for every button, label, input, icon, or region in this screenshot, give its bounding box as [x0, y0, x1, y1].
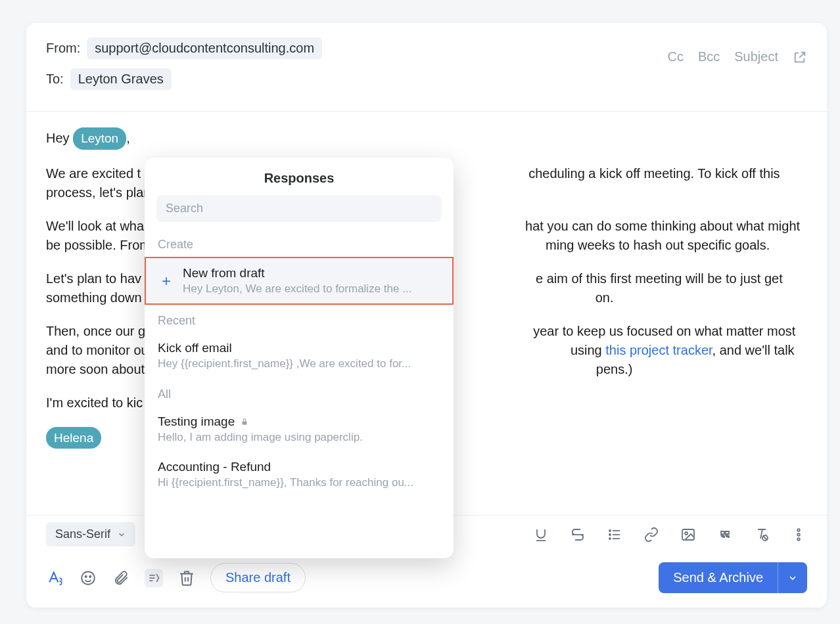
more-format-icon[interactable]	[790, 526, 807, 543]
image-icon[interactable]	[680, 526, 697, 543]
svg-point-12	[797, 529, 800, 531]
svg-rect-8	[682, 529, 694, 540]
canned-responses-icon[interactable]	[145, 569, 163, 587]
signature-pill[interactable]: Helena	[46, 427, 101, 449]
response-title-text: Testing image	[158, 414, 235, 429]
responses-search-input[interactable]	[166, 202, 432, 215]
p2-part-a: We'll look at wha	[46, 219, 144, 233]
bottom-left-actions: Share draft	[46, 563, 644, 592]
header-right-controls: Cc Bcc Subject	[667, 49, 807, 64]
response-item-preview: Hi {{recipient.first_name}}, Thanks for …	[158, 476, 440, 489]
p4-part-e: pens.)	[596, 362, 633, 376]
create-section-label: Create	[145, 229, 454, 257]
svg-point-6	[609, 534, 611, 535]
to-label: To:	[46, 72, 64, 87]
svg-point-18	[89, 575, 91, 577]
chevron-down-icon	[787, 573, 798, 583]
link-icon[interactable]	[643, 526, 660, 543]
send-button-group: Send & Archive	[659, 562, 807, 593]
underline-icon[interactable]	[532, 526, 549, 543]
from-value-chip[interactable]: support@cloudcontentconsulting.com	[87, 37, 322, 59]
send-options-caret[interactable]	[778, 562, 807, 593]
response-item-title: Accounting - Refund	[158, 460, 440, 474]
greeting-line: Hey Leyton,	[46, 127, 807, 150]
font-family-select[interactable]: Sans-Serif	[46, 522, 135, 546]
responses-search[interactable]	[156, 195, 442, 222]
chevron-down-icon	[117, 530, 126, 539]
response-item-preview: Hey Leyton, We are excited to formalize …	[183, 282, 439, 296]
strikethrough-icon[interactable]	[569, 526, 586, 543]
to-recipient-chip[interactable]: Leyton Graves	[70, 68, 172, 90]
bcc-button[interactable]: Bcc	[698, 49, 720, 64]
popover-title: Responses	[145, 158, 454, 195]
p3-part-c: on.	[595, 290, 614, 305]
p3-part-a: Let's plan to hav	[46, 271, 141, 286]
emoji-icon[interactable]	[79, 569, 97, 587]
text-style-icon[interactable]	[46, 569, 64, 587]
greeting-suffix: ,	[126, 131, 130, 145]
p4-part-a: Then, once our g	[46, 324, 145, 338]
svg-point-16	[82, 571, 95, 585]
response-item-title: Kick off email	[158, 341, 440, 355]
subject-button[interactable]: Subject	[734, 49, 778, 64]
p4-part-c: using	[571, 343, 605, 357]
response-kickoff-email[interactable]: Kick off email Hey {{recipient.first_nam…	[145, 333, 454, 378]
lock-icon	[240, 417, 249, 426]
svg-point-13	[797, 533, 800, 536]
svg-rect-22	[243, 421, 247, 424]
plus-icon: +	[159, 274, 174, 288]
response-item-preview: Hey {{recipient.first_name}} ,We are exc…	[158, 357, 440, 370]
svg-point-9	[685, 532, 688, 535]
svg-point-7	[609, 538, 611, 539]
to-row: To: Leyton Graves	[46, 68, 807, 90]
share-draft-button[interactable]: Share draft	[210, 563, 306, 592]
attachment-icon[interactable]	[112, 569, 130, 587]
clear-format-icon[interactable]	[753, 526, 770, 543]
recipient-name-pill[interactable]: Leyton	[73, 127, 126, 150]
response-item-title: New from draft	[183, 266, 439, 280]
response-new-from-draft[interactable]: + New from draft Hey Leyton, We are exci…	[145, 257, 454, 305]
trash-icon[interactable]	[177, 569, 196, 587]
quote-icon[interactable]	[716, 526, 734, 543]
response-testing-image[interactable]: Testing image Hello, I am adding image u…	[145, 407, 454, 452]
font-family-label: Sans-Serif	[55, 527, 110, 541]
response-item-title: Testing image	[158, 414, 440, 429]
responses-popover: Responses Create + New from draft Hey Le…	[145, 158, 454, 558]
recent-section-label: Recent	[145, 305, 454, 333]
compose-header: From: support@cloudcontentconsulting.com…	[26, 23, 827, 112]
bottom-action-bar: Share draft Send & Archive	[26, 553, 827, 608]
all-section-label: All	[145, 378, 454, 407]
p2-part-c: ming weeks to hash out specific goals.	[546, 238, 770, 252]
cc-button[interactable]: Cc	[667, 49, 683, 64]
svg-point-14	[797, 538, 800, 541]
p1-part-a: We are excited t	[46, 166, 141, 181]
send-archive-button[interactable]: Send & Archive	[659, 562, 778, 593]
project-tracker-link[interactable]: this project tracker	[605, 343, 712, 357]
response-item-preview: Hello, I am adding image using paperclip…	[158, 431, 440, 444]
popout-icon[interactable]	[793, 50, 807, 64]
from-label: From:	[46, 41, 80, 56]
svg-point-5	[609, 530, 611, 531]
response-accounting-refund[interactable]: Accounting - Refund Hi {{recipient.first…	[145, 452, 454, 497]
svg-line-11	[764, 536, 767, 539]
bullet-list-icon[interactable]	[606, 526, 623, 543]
svg-point-17	[85, 575, 87, 577]
greeting-prefix: Hey	[46, 131, 73, 145]
